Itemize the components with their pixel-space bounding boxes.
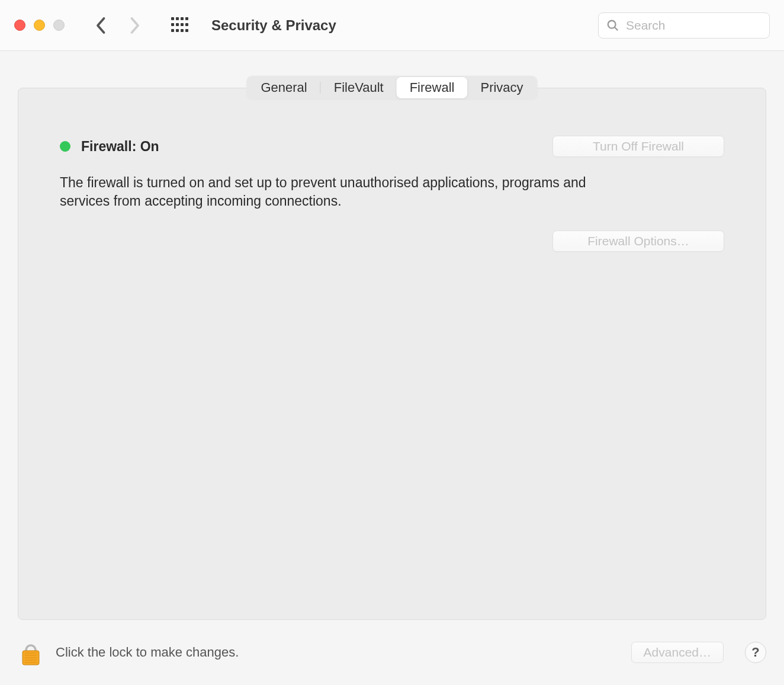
tab-privacy[interactable]: Privacy [467,77,536,98]
chevron-left-icon [95,17,107,34]
titlebar: Security & Privacy [0,0,784,51]
svg-line-1 [615,27,618,30]
zoom-window-button[interactable] [53,20,65,31]
nav-arrows [93,17,143,34]
back-button[interactable] [93,17,110,34]
tab-firewall[interactable]: Firewall [397,77,468,98]
tab-filevault[interactable]: FileVault [321,77,397,98]
firewall-status-label: Firewall: On [81,139,159,155]
search-wrap [598,12,770,39]
lock-button[interactable] [18,637,44,668]
options-row: Firewall Options… [60,231,724,252]
window-title: Security & Privacy [211,17,336,34]
search-icon [606,19,619,32]
help-button[interactable]: ? [745,642,766,663]
lock-icon [19,638,43,667]
tab-general[interactable]: General [248,77,320,98]
status-indicator-icon [60,141,70,152]
chevron-right-icon [128,17,140,34]
close-window-button[interactable] [14,20,25,31]
svg-point-0 [608,20,616,28]
tab-bar: General FileVault Firewall Privacy [246,76,537,100]
advanced-button[interactable]: Advanced… [631,642,724,663]
content-area: General FileVault Firewall Privacy Firew… [0,51,784,685]
firewall-options-button[interactable]: Firewall Options… [552,231,724,252]
firewall-panel: Firewall: On Turn Off Firewall The firew… [18,88,766,620]
firewall-description: The firewall is turned on and set up to … [60,174,616,210]
show-all-button[interactable] [171,17,188,34]
footer: Click the lock to make changes. Advanced… [0,620,784,685]
search-input[interactable] [598,12,770,39]
minimize-window-button[interactable] [34,20,45,31]
preferences-window: Security & Privacy General FileVault Fir… [0,0,784,685]
status-row: Firewall: On Turn Off Firewall [60,136,724,157]
lock-hint-text: Click the lock to make changes. [56,645,619,660]
forward-button[interactable] [126,17,143,34]
traffic-lights [14,20,65,31]
turn-off-firewall-button[interactable]: Turn Off Firewall [552,136,724,157]
status-left: Firewall: On [60,139,159,155]
